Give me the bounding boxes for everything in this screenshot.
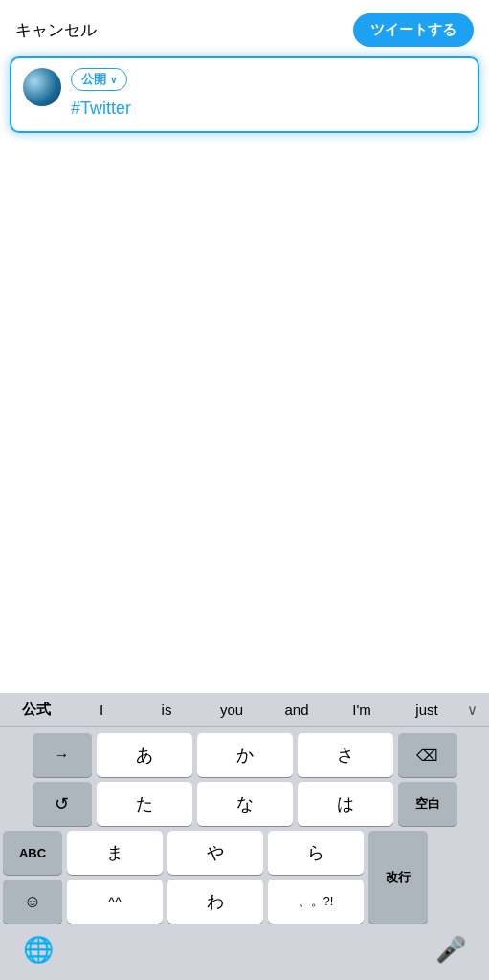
key-na[interactable]: な	[197, 782, 293, 826]
content-space	[0, 133, 489, 468]
header: キャンセル ツイートする	[0, 0, 489, 56]
mic-icon[interactable]: 🎤	[435, 935, 466, 965]
key-abc[interactable]: ABC	[3, 831, 62, 875]
key-row-2: ↺ た な は 空白	[3, 782, 486, 826]
key-space[interactable]: 空白	[398, 782, 457, 826]
key-ya[interactable]: や	[167, 831, 263, 875]
bottom-bar: 🌐 🎤	[0, 927, 489, 980]
undo-icon: ↺	[55, 793, 69, 814]
key-col-left: ABC ま や ら ☺ ^^ わ 、。?!	[3, 831, 364, 924]
predictive-item-1[interactable]: I	[69, 700, 134, 720]
key-backspace[interactable]: ⌫	[398, 733, 457, 777]
key-ka[interactable]: か	[197, 733, 293, 777]
globe-icon[interactable]: 🌐	[23, 935, 54, 965]
chevron-down-icon: ∨	[110, 75, 117, 85]
audience-button[interactable]: 公開 ∨	[71, 68, 127, 91]
key-sa[interactable]: さ	[298, 733, 393, 777]
key-enter[interactable]: 改行	[368, 831, 428, 924]
emoji-icon: ☺	[24, 892, 41, 912]
predictive-item-4[interactable]: and	[264, 700, 329, 720]
predictive-item-0[interactable]: 公式	[4, 699, 69, 721]
key-row-1: → あ か さ ⌫	[3, 733, 486, 777]
key-rows-3-4: ABC ま や ら ☺ ^^ わ 、。?! 改行	[3, 831, 486, 924]
predictive-item-2[interactable]: is	[134, 700, 199, 720]
key-ma[interactable]: ま	[67, 831, 163, 875]
tweet-button[interactable]: ツイートする	[353, 13, 474, 47]
compose-right: 公開 ∨ #Twitter	[71, 68, 466, 121]
key-ra[interactable]: ら	[268, 831, 364, 875]
key-wa[interactable]: わ	[167, 880, 263, 924]
key-emoji[interactable]: ☺	[3, 880, 62, 924]
predictive-item-3[interactable]: you	[199, 700, 264, 720]
key-undo[interactable]: ↺	[33, 782, 92, 826]
key-ha[interactable]: は	[298, 782, 393, 826]
audience-label: 公開	[81, 71, 106, 88]
keyboard-area: 公式 I is you and I'm just ∨ → あ か さ ⌫ ↺ た	[0, 693, 489, 980]
arrow-icon: →	[55, 746, 70, 764]
predictive-bar: 公式 I is you and I'm just ∨	[0, 693, 489, 727]
cancel-button[interactable]: キャンセル	[15, 19, 97, 41]
key-punct[interactable]: 、。?!	[268, 880, 364, 924]
avatar	[23, 68, 61, 106]
compose-area: 公開 ∨ #Twitter	[10, 56, 479, 133]
key-ta[interactable]: た	[97, 782, 192, 826]
predictive-expand-icon[interactable]: ∨	[459, 700, 485, 721]
predictive-item-5[interactable]: I'm	[329, 700, 394, 720]
tweet-text[interactable]: #Twitter	[71, 97, 466, 121]
key-caret[interactable]: ^^	[67, 880, 163, 924]
backspace-icon: ⌫	[416, 746, 438, 765]
predictive-item-6[interactable]: just	[394, 700, 459, 720]
key-rows: → あ か さ ⌫ ↺ た な は 空白 ABC ま	[0, 727, 489, 927]
key-a[interactable]: あ	[97, 733, 192, 777]
key-arrow[interactable]: →	[33, 733, 92, 777]
